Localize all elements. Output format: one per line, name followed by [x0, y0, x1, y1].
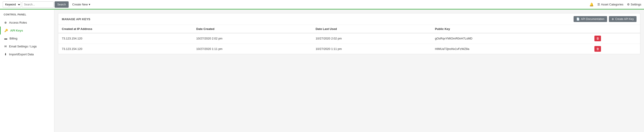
notification-icon[interactable]: 🔔 [590, 3, 594, 7]
import-export-icon: ⬇ [4, 53, 7, 56]
cell-date-created: 10/27/2020 1:11 pm [193, 44, 312, 54]
panel-header: MANAGE API KEYS 📄 API Documentation ⊕ Cr… [58, 13, 640, 25]
doc-icon: 📄 [576, 18, 580, 21]
panel-actions: 📄 API Documentation ⊕ Create API Key [574, 16, 636, 22]
delete-button[interactable]: 🗑 [594, 36, 601, 41]
table-header-row: Created at IP Address Date Created Date … [58, 25, 640, 33]
api-keys-panel: MANAGE API KEYS 📄 API Documentation ⊕ Cr… [58, 13, 640, 54]
sidebar-item-api-keys[interactable]: 🔑 API Keys [0, 27, 54, 35]
top-bar: Keyword Search Create New ▾ 🔔 ☰ Asset Ca… [0, 0, 644, 10]
cell-delete: 🗑 [591, 33, 640, 44]
search-input[interactable] [22, 1, 54, 8]
sidebar-item-label: Access Roles [9, 21, 27, 24]
api-keys-icon: 🔑 [4, 29, 8, 32]
cell-date-last-used: 10/27/2020 1:11 pm [312, 44, 431, 54]
delete-button[interactable]: 🗑 [594, 46, 601, 52]
sidebar-item-import-export[interactable]: ⬇ Import/Export Data [0, 50, 54, 58]
cell-delete: 🗑 [591, 44, 640, 54]
sidebar: CONTROL PANEL ⊕ Access Roles 🔑 API Keys … [0, 10, 54, 132]
settings-link[interactable]: ⚙ Settings [627, 3, 641, 6]
cell-date-last-used: 10/27/2020 2:02 pm [312, 33, 431, 44]
search-group: Keyword Search [3, 1, 68, 8]
search-button[interactable]: Search [54, 1, 68, 8]
cell-ip: 73.123.154.120 [58, 33, 193, 44]
api-keys-table: Created at IP Address Date Created Date … [58, 25, 640, 54]
col-ip: Created at IP Address [58, 25, 193, 33]
billing-icon: ▬ [4, 37, 7, 40]
sidebar-item-label: API Keys [10, 29, 23, 32]
cell-public-key: gOsRqvYMIOmR0nH7LsMD [431, 33, 591, 44]
col-public-key: Public Key [431, 25, 591, 33]
sidebar-item-label: Email Settings / Logs [9, 45, 37, 48]
cell-public-key: HIMUaT3jnoNx1vFzWZ8a [431, 44, 591, 54]
api-documentation-button[interactable]: 📄 API Documentation [574, 16, 607, 22]
sidebar-item-label: Import/Export Data [9, 53, 34, 56]
create-api-key-button[interactable]: ⊕ Create API Key [609, 16, 636, 22]
main-layout: CONTROL PANEL ⊕ Access Roles 🔑 API Keys … [0, 10, 644, 132]
create-new-button[interactable]: Create New ▾ [70, 2, 92, 7]
create-new-label: Create New [72, 3, 88, 6]
cell-date-created: 10/27/2020 2:02 pm [193, 33, 312, 44]
asset-categories-label: Asset Categories [601, 3, 624, 6]
list-icon: ☰ [597, 3, 600, 6]
keyword-select[interactable]: Keyword [3, 1, 21, 8]
panel-title: MANAGE API KEYS [62, 18, 90, 21]
sidebar-item-email-settings[interactable]: ✉ Email Settings / Logs [0, 42, 54, 50]
sidebar-item-label: Billing [10, 37, 18, 40]
col-actions [591, 25, 640, 33]
sidebar-title: CONTROL PANEL [0, 13, 54, 19]
sidebar-item-billing[interactable]: ▬ Billing [0, 35, 54, 42]
email-icon: ✉ [4, 45, 7, 48]
col-date-last-used: Date Last Used [312, 25, 431, 33]
plus-icon: ⊕ [612, 18, 614, 21]
col-date-created: Date Created [193, 25, 312, 33]
content-area: MANAGE API KEYS 📄 API Documentation ⊕ Cr… [54, 10, 644, 132]
chevron-down-icon: ▾ [89, 3, 90, 6]
gear-icon: ⚙ [627, 3, 630, 6]
sidebar-item-access-roles[interactable]: ⊕ Access Roles [0, 19, 54, 27]
table-row: 73.123.154.120 10/27/2020 2:02 pm 10/27/… [58, 33, 640, 44]
table-row: 73.123.154.120 10/27/2020 1:11 pm 10/27/… [58, 44, 640, 54]
asset-categories-link[interactable]: ☰ Asset Categories [597, 3, 624, 6]
cell-ip: 73.123.154.120 [58, 44, 193, 54]
settings-label: Settings [631, 3, 641, 6]
access-roles-icon: ⊕ [4, 21, 7, 24]
top-bar-right: 🔔 ☰ Asset Categories ⚙ Settings [590, 3, 641, 7]
